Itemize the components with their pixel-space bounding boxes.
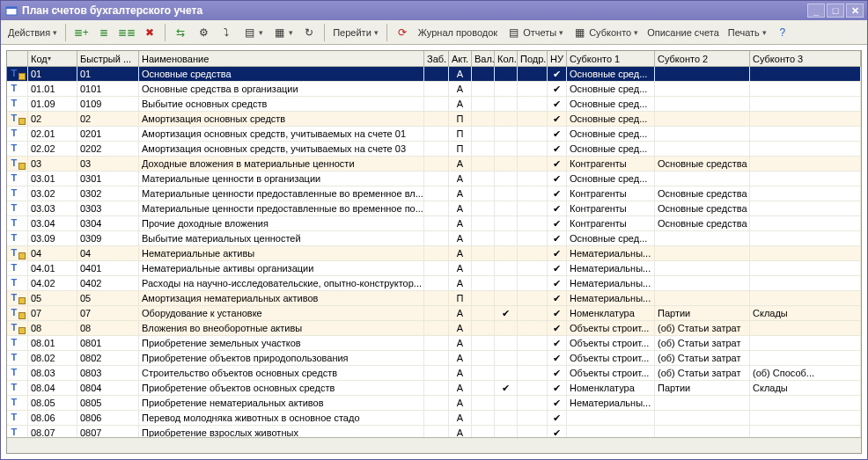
grid-body[interactable]: 0101Основные средстваА✔Основные сред...0…	[7, 67, 861, 437]
desc-button[interactable]: Описание счета	[644, 23, 723, 42]
hierarchy-button[interactable]: ⇆	[170, 23, 191, 42]
cell-kol	[495, 112, 518, 126]
table-row[interactable]: 0202Амортизация основных средствП✔Основн…	[7, 112, 861, 127]
col-podr[interactable]: Подр.	[518, 51, 548, 66]
sort-button[interactable]: ⤵	[216, 23, 237, 42]
table-row[interactable]: 02.020202Амортизация основных средств, у…	[7, 142, 861, 157]
table-row[interactable]: 03.040304Прочие доходные вложенияА✔Контр…	[7, 216, 861, 231]
table-row[interactable]: 0707Оборудование к установкеА✔✔Номенклат…	[7, 306, 861, 321]
close-button[interactable]: ✕	[846, 4, 864, 18]
cell-akt: А	[449, 246, 472, 260]
maximize-button[interactable]: □	[827, 4, 844, 18]
col-kod[interactable]: Код	[28, 51, 77, 66]
table-row[interactable]: 02.010201Амортизация основных средств, у…	[7, 127, 861, 142]
copy-button[interactable]: ≣≣	[116, 23, 137, 42]
cell-val	[472, 396, 495, 410]
refresh-button[interactable]: ↻	[298, 23, 320, 42]
table-row[interactable]: 0303Доходные вложения в материальные цен…	[7, 157, 861, 172]
cell-naim: Амортизация основных средств	[139, 112, 424, 126]
col-zab[interactable]: Заб.	[424, 51, 449, 66]
col-icon[interactable]	[7, 51, 28, 66]
cell-val	[472, 351, 495, 365]
filter-button[interactable]: ⚙	[193, 23, 214, 42]
cell-val	[472, 127, 495, 141]
table-row[interactable]: 03.030303Материальные ценности предостав…	[7, 201, 861, 216]
add-button[interactable]: ≣+	[70, 23, 92, 42]
table-row[interactable]: 04.020402Расходы на научно-исследователь…	[7, 276, 861, 291]
edit-button[interactable]: ≣	[93, 23, 114, 42]
cell-zab	[424, 82, 449, 96]
table-row[interactable]: 01.010101Основные средства в организации…	[7, 82, 861, 97]
cell-kod: 04.01	[28, 261, 77, 275]
cell-nu: ✔	[548, 67, 567, 81]
cell-sub3: Склады	[750, 306, 861, 320]
reports-menu[interactable]: ▤Отчеты	[503, 23, 567, 42]
selection-button[interactable]: ▤	[239, 23, 267, 42]
col-akt[interactable]: Акт.	[449, 51, 472, 66]
table-row[interactable]: 08.050805Приобретение нематериальных акт…	[7, 396, 861, 411]
journal-button[interactable]: Журнал проводок	[415, 23, 501, 42]
delete-button[interactable]: ✖	[139, 23, 160, 42]
view-button[interactable]: ▦	[268, 23, 297, 42]
table-row[interactable]: 0404Нематериальные активыА✔Нематериальны…	[7, 246, 861, 261]
table-row[interactable]: 04.010401Нематериальные активы организац…	[7, 261, 861, 276]
cell-naim: Материальные ценности предоставленные во…	[139, 201, 424, 215]
cell-bystr: 08	[77, 321, 139, 335]
col-val[interactable]: Вал.	[472, 51, 495, 66]
cell-sub1	[567, 411, 655, 425]
cell-bystr: 0201	[77, 127, 139, 141]
table-row[interactable]: 0505Амортизация нематериальных активовП✔…	[7, 291, 861, 306]
cell-sub2	[655, 261, 750, 275]
col-naim[interactable]: Наименование	[139, 51, 424, 66]
table-row[interactable]: 03.010301Материальные ценности в организ…	[7, 172, 861, 186]
row-icon-cell	[7, 306, 28, 320]
account-group-icon	[11, 323, 24, 333]
table-row[interactable]: 08.010801Приобретение земельных участков…	[7, 336, 861, 351]
minimize-button[interactable]: _	[807, 4, 825, 18]
cell-nu: ✔	[548, 291, 567, 305]
help-button[interactable]: ?	[772, 23, 793, 42]
col-sub1[interactable]: Субконто 1	[567, 51, 655, 66]
table-row[interactable]: 08.030803Строительство объектов основных…	[7, 366, 861, 381]
table-row[interactable]: 03.090309Выбытие материальных ценностейА…	[7, 231, 861, 246]
cell-naim: Приобретение объектов основных средств	[139, 381, 424, 395]
cell-kol	[495, 261, 518, 275]
cell-kod: 08.07	[28, 426, 77, 437]
table-row[interactable]: 08.040804Приобретение объектов основных …	[7, 381, 861, 396]
help-icon: ?	[776, 26, 790, 40]
table-row[interactable]: 0101Основные средстваА✔Основные сред...	[7, 67, 861, 82]
cell-sub1: Контрагенты	[567, 186, 655, 201]
col-sub2[interactable]: Субконто 2	[655, 51, 750, 66]
cell-sub1: Контрагенты	[567, 216, 655, 230]
cell-kod: 01.01	[28, 82, 77, 96]
cell-zab	[424, 306, 449, 320]
table-row[interactable]: 08.020802Приобретение объектов природопо…	[7, 351, 861, 366]
cell-podr	[518, 157, 548, 171]
cell-kol	[495, 82, 518, 96]
update-button[interactable]: ⟳	[392, 23, 413, 42]
col-sub3[interactable]: Субконто 3	[750, 51, 861, 66]
actions-menu[interactable]: Действия	[4, 23, 61, 42]
cell-val	[472, 201, 495, 215]
cell-bystr: 02	[77, 112, 139, 126]
cell-bystr: 0303	[77, 201, 139, 215]
table-row[interactable]: 01.090109Выбытие основных средствА✔Основ…	[7, 97, 861, 112]
reports-icon: ▤	[506, 26, 520, 40]
col-kol[interactable]: Кол.	[495, 51, 518, 66]
accounts-grid[interactable]: Код Быстрый ... Наименование Заб. Акт. В…	[6, 50, 862, 454]
col-nu[interactable]: НУ	[548, 51, 567, 66]
table-row[interactable]: 0808Вложения во внеоборотные активыА✔Объ…	[7, 321, 861, 336]
table-row[interactable]: 08.060806Перевод молодняка животных в ос…	[7, 411, 861, 426]
cell-sub2	[655, 112, 750, 126]
print-menu[interactable]: Печать	[725, 23, 770, 42]
table-row[interactable]: 03.020302Материальные ценности предостав…	[7, 186, 861, 201]
cell-sub2: Основные средства	[655, 186, 750, 201]
goto-menu[interactable]: Перейти	[329, 23, 382, 42]
table-row[interactable]: 08.070807Приобретение взрослых животныхА…	[7, 426, 861, 437]
subkonto-menu[interactable]: ▦Субконто	[569, 23, 642, 42]
titlebar[interactable]: План счетов бухгалтерского учета _ □ ✕	[1, 1, 867, 20]
row-icon-cell	[7, 411, 28, 425]
cell-bystr: 0302	[77, 186, 139, 201]
col-bystr[interactable]: Быстрый ...	[77, 51, 139, 66]
account-icon	[11, 188, 24, 199]
